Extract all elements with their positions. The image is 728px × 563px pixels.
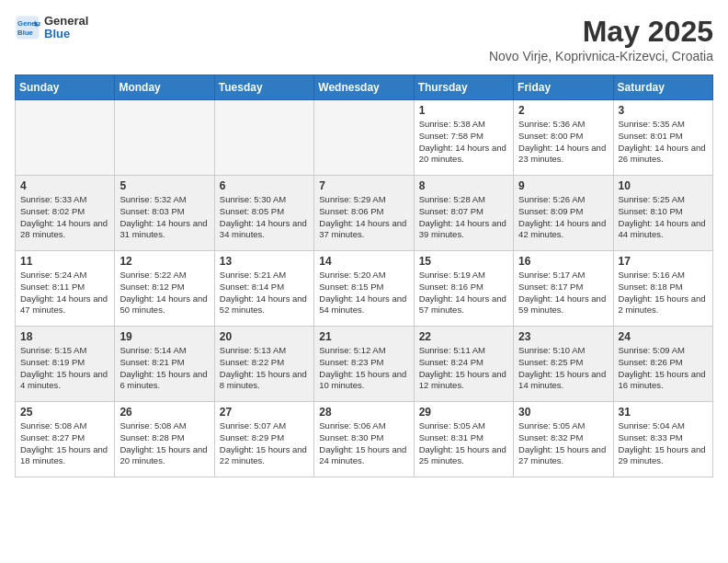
cell-info: Sunrise: 5:07 AMSunset: 8:29 PMDaylight:… — [220, 420, 309, 467]
cell-info: Sunrise: 5:14 AMSunset: 8:21 PMDaylight:… — [119, 345, 209, 392]
day-number: 15 — [419, 255, 508, 268]
day-number: 11 — [20, 255, 109, 268]
day-number: 2 — [518, 104, 608, 117]
col-header-monday: Monday — [115, 75, 214, 100]
week-row-5: 25Sunrise: 5:08 AMSunset: 8:27 PMDayligh… — [16, 402, 713, 477]
day-number: 8 — [419, 179, 508, 192]
calendar-cell: 8Sunrise: 5:28 AMSunset: 8:07 PMDaylight… — [414, 176, 513, 251]
logo: General Blue General Blue — [15, 15, 88, 41]
calendar-cell: 25Sunrise: 5:08 AMSunset: 8:27 PMDayligh… — [16, 402, 115, 477]
cell-info: Sunrise: 5:21 AMSunset: 8:14 PMDaylight:… — [220, 270, 309, 316]
cell-info: Sunrise: 5:13 AMSunset: 8:22 PMDaylight:… — [220, 345, 309, 392]
col-header-friday: Friday — [514, 75, 613, 100]
calendar-cell: 30Sunrise: 5:05 AMSunset: 8:32 PMDayligh… — [514, 402, 613, 477]
cell-info: Sunrise: 5:12 AMSunset: 8:23 PMDaylight:… — [319, 345, 408, 392]
week-row-1: 1Sunrise: 5:38 AMSunset: 7:58 PMDaylight… — [16, 100, 713, 176]
day-number: 6 — [220, 179, 309, 192]
week-row-4: 18Sunrise: 5:15 AMSunset: 8:19 PMDayligh… — [16, 327, 713, 402]
calendar-cell: 26Sunrise: 5:08 AMSunset: 8:28 PMDayligh… — [115, 402, 214, 477]
calendar-cell: 13Sunrise: 5:21 AMSunset: 8:14 PMDayligh… — [214, 251, 313, 327]
day-number: 7 — [319, 179, 408, 192]
calendar-cell: 17Sunrise: 5:16 AMSunset: 8:18 PMDayligh… — [613, 251, 712, 327]
calendar-cell: 27Sunrise: 5:07 AMSunset: 8:29 PMDayligh… — [214, 402, 313, 477]
day-number: 19 — [119, 330, 209, 343]
day-number: 9 — [518, 179, 608, 192]
day-number: 30 — [518, 406, 608, 419]
day-number: 20 — [220, 330, 309, 343]
calendar-cell: 19Sunrise: 5:14 AMSunset: 8:21 PMDayligh… — [115, 327, 214, 402]
day-number: 27 — [220, 406, 309, 419]
calendar-cell: 21Sunrise: 5:12 AMSunset: 8:23 PMDayligh… — [314, 327, 414, 402]
calendar-cell: 2Sunrise: 5:36 AMSunset: 8:00 PMDaylight… — [514, 100, 613, 176]
day-number: 1 — [419, 104, 508, 117]
cell-info: Sunrise: 5:17 AMSunset: 8:17 PMDaylight:… — [518, 270, 608, 316]
calendar-cell: 14Sunrise: 5:20 AMSunset: 8:15 PMDayligh… — [314, 251, 414, 327]
cell-info: Sunrise: 5:25 AMSunset: 8:10 PMDaylight:… — [619, 194, 708, 241]
col-header-thursday: Thursday — [414, 75, 513, 100]
day-number: 3 — [619, 104, 708, 117]
location-subtitle: Novo Virje, Koprivnica-Krizevci, Croatia — [489, 49, 713, 63]
cell-info: Sunrise: 5:10 AMSunset: 8:25 PMDaylight:… — [518, 345, 608, 392]
calendar-cell: 16Sunrise: 5:17 AMSunset: 8:17 PMDayligh… — [514, 251, 613, 327]
day-number: 25 — [20, 406, 109, 419]
cell-info: Sunrise: 5:32 AMSunset: 8:03 PMDaylight:… — [119, 194, 209, 241]
day-number: 29 — [419, 406, 508, 419]
week-row-2: 4Sunrise: 5:33 AMSunset: 8:02 PMDaylight… — [16, 176, 713, 251]
calendar-cell: 29Sunrise: 5:05 AMSunset: 8:31 PMDayligh… — [414, 402, 513, 477]
calendar-cell: 28Sunrise: 5:06 AMSunset: 8:30 PMDayligh… — [314, 402, 414, 477]
cell-info: Sunrise: 5:11 AMSunset: 8:24 PMDaylight:… — [419, 345, 508, 392]
cell-info: Sunrise: 5:16 AMSunset: 8:18 PMDaylight:… — [619, 270, 708, 316]
day-number: 5 — [119, 179, 209, 192]
day-number: 21 — [319, 330, 408, 343]
cell-info: Sunrise: 5:05 AMSunset: 8:32 PMDaylight:… — [518, 420, 608, 467]
day-number: 26 — [119, 406, 209, 419]
calendar-cell: 3Sunrise: 5:35 AMSunset: 8:01 PMDaylight… — [613, 100, 712, 176]
calendar-cell: 1Sunrise: 5:38 AMSunset: 7:58 PMDaylight… — [414, 100, 513, 176]
days-header-row: SundayMondayTuesdayWednesdayThursdayFrid… — [16, 75, 713, 100]
page-header: General Blue General Blue May 2025 Novo … — [15, 15, 713, 63]
col-header-wednesday: Wednesday — [314, 75, 414, 100]
day-number: 17 — [619, 255, 708, 268]
cell-info: Sunrise: 5:36 AMSunset: 8:00 PMDaylight:… — [518, 119, 608, 166]
day-number: 10 — [619, 179, 708, 192]
cell-info: Sunrise: 5:06 AMSunset: 8:30 PMDaylight:… — [319, 420, 408, 467]
day-number: 24 — [619, 330, 708, 343]
cell-info: Sunrise: 5:09 AMSunset: 8:26 PMDaylight:… — [619, 345, 708, 392]
cell-info: Sunrise: 5:20 AMSunset: 8:15 PMDaylight:… — [319, 270, 408, 316]
day-number: 28 — [319, 406, 408, 419]
day-number: 14 — [319, 255, 408, 268]
calendar-cell: 18Sunrise: 5:15 AMSunset: 8:19 PMDayligh… — [16, 327, 115, 402]
calendar-cell: 7Sunrise: 5:29 AMSunset: 8:06 PMDaylight… — [314, 176, 414, 251]
calendar-cell — [115, 100, 214, 176]
calendar-cell: 5Sunrise: 5:32 AMSunset: 8:03 PMDaylight… — [115, 176, 214, 251]
col-header-saturday: Saturday — [613, 75, 712, 100]
calendar-cell: 4Sunrise: 5:33 AMSunset: 8:02 PMDaylight… — [16, 176, 115, 251]
cell-info: Sunrise: 5:29 AMSunset: 8:06 PMDaylight:… — [319, 194, 408, 241]
week-row-3: 11Sunrise: 5:24 AMSunset: 8:11 PMDayligh… — [16, 251, 713, 327]
day-number: 12 — [119, 255, 209, 268]
calendar-cell: 15Sunrise: 5:19 AMSunset: 8:16 PMDayligh… — [414, 251, 513, 327]
calendar-cell — [214, 100, 313, 176]
calendar-cell — [16, 100, 115, 176]
day-number: 18 — [20, 330, 109, 343]
calendar-cell: 9Sunrise: 5:26 AMSunset: 8:09 PMDaylight… — [514, 176, 613, 251]
cell-info: Sunrise: 5:05 AMSunset: 8:31 PMDaylight:… — [419, 420, 508, 467]
cell-info: Sunrise: 5:24 AMSunset: 8:11 PMDaylight:… — [20, 270, 109, 316]
cell-info: Sunrise: 5:19 AMSunset: 8:16 PMDaylight:… — [419, 270, 508, 316]
cell-info: Sunrise: 5:33 AMSunset: 8:02 PMDaylight:… — [20, 194, 109, 241]
day-number: 4 — [20, 179, 109, 192]
cell-info: Sunrise: 5:08 AMSunset: 8:28 PMDaylight:… — [119, 420, 209, 467]
cell-info: Sunrise: 5:22 AMSunset: 8:12 PMDaylight:… — [119, 270, 209, 316]
day-number: 13 — [220, 255, 309, 268]
calendar-cell: 10Sunrise: 5:25 AMSunset: 8:10 PMDayligh… — [613, 176, 712, 251]
col-header-sunday: Sunday — [16, 75, 115, 100]
calendar-cell: 23Sunrise: 5:10 AMSunset: 8:25 PMDayligh… — [514, 327, 613, 402]
cell-info: Sunrise: 5:04 AMSunset: 8:33 PMDaylight:… — [619, 420, 708, 467]
calendar-cell: 6Sunrise: 5:30 AMSunset: 8:05 PMDaylight… — [214, 176, 313, 251]
day-number: 22 — [419, 330, 508, 343]
day-number: 16 — [518, 255, 608, 268]
svg-text:Blue: Blue — [17, 29, 34, 37]
calendar-cell: 24Sunrise: 5:09 AMSunset: 8:26 PMDayligh… — [613, 327, 712, 402]
calendar-cell: 31Sunrise: 5:04 AMSunset: 8:33 PMDayligh… — [613, 402, 712, 477]
logo-line2: Blue — [44, 28, 88, 40]
